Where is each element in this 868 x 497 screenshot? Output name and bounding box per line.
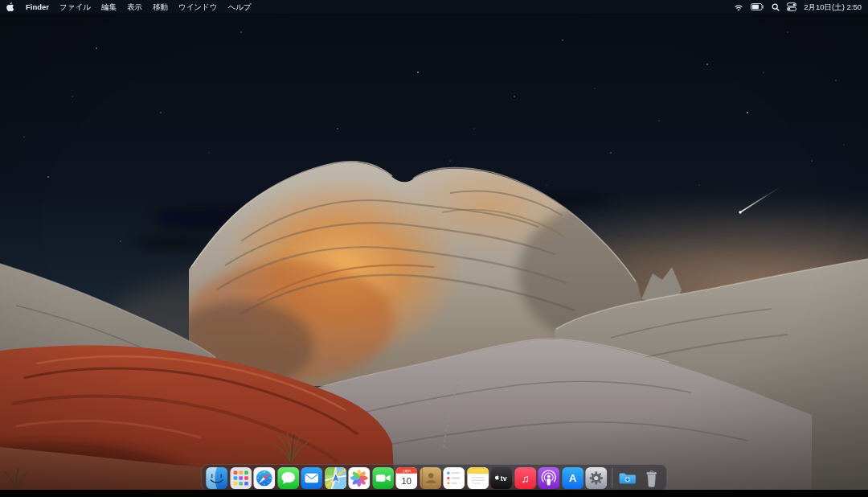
menu-bar: Finder ファイル 編集 表示 移動 ウインドウ ヘルプ xyxy=(0,0,868,14)
system-preferences-icon xyxy=(585,467,607,489)
menu-datetime[interactable]: 2月10日(土) 2:50 xyxy=(804,0,862,14)
apple-menu[interactable] xyxy=(6,2,15,12)
finder-icon xyxy=(206,467,227,489)
apple-tv-icon: tv xyxy=(490,467,512,489)
dock-trash[interactable] xyxy=(641,467,662,489)
dock-contacts[interactable] xyxy=(420,467,441,489)
tv-label: tv xyxy=(501,474,507,482)
photos-icon xyxy=(348,467,370,489)
menu-view[interactable]: 表示 xyxy=(127,0,142,14)
dock-mail[interactable] xyxy=(301,467,322,489)
dock-launchpad[interactable] xyxy=(230,467,252,489)
dock-maps[interactable] xyxy=(325,467,346,489)
dock-downloads[interactable] xyxy=(616,467,638,489)
safari-icon xyxy=(253,467,275,489)
dock-music[interactable]: ♫ xyxy=(514,467,536,489)
calendar-day: 10 xyxy=(402,476,411,486)
dock-finder[interactable] xyxy=(206,467,227,489)
downloads-folder-icon xyxy=(616,467,638,489)
battery-icon[interactable] xyxy=(751,3,764,10)
dock-calendar[interactable]: 土曜日 10 xyxy=(395,467,417,489)
dock-separator xyxy=(612,468,612,488)
dock-podcasts[interactable] xyxy=(538,467,559,489)
dock: 土曜日 10 xyxy=(201,464,667,491)
app-store-icon: A xyxy=(562,467,583,489)
dock-photos[interactable] xyxy=(348,467,370,489)
menu-file[interactable]: ファイル xyxy=(59,0,91,14)
dock-messages[interactable] xyxy=(277,467,299,489)
calendar-icon: 土曜日 10 xyxy=(395,467,417,489)
menu-app-name[interactable]: Finder xyxy=(26,0,49,14)
gear-icon xyxy=(589,471,603,485)
desktop-wallpaper xyxy=(0,0,868,497)
letterbox-bar xyxy=(0,490,868,497)
wifi-icon[interactable] xyxy=(734,3,743,11)
contacts-icon xyxy=(420,467,441,489)
facetime-icon xyxy=(372,467,394,489)
app-store-letter: A xyxy=(569,472,577,484)
menu-window[interactable]: ウインドウ xyxy=(178,0,218,14)
music-note-glyph: ♫ xyxy=(521,472,529,484)
dock-safari[interactable] xyxy=(253,467,275,489)
control-center-icon[interactable] xyxy=(787,2,796,11)
spotlight-search-icon[interactable] xyxy=(772,3,780,11)
menu-help[interactable]: ヘルプ xyxy=(228,0,252,14)
dock-notes[interactable] xyxy=(467,467,489,489)
messages-icon xyxy=(277,467,299,489)
menu-go[interactable]: 移動 xyxy=(153,0,168,14)
notes-icon xyxy=(467,467,489,489)
dock-system-preferences[interactable] xyxy=(585,467,607,489)
maps-icon xyxy=(325,467,346,489)
trash-icon xyxy=(641,467,662,489)
apple-logo-icon xyxy=(6,2,15,12)
music-icon: ♫ xyxy=(514,467,536,489)
mail-icon xyxy=(301,467,322,489)
dock-app-store[interactable]: A xyxy=(562,467,583,489)
dock-facetime[interactable] xyxy=(372,467,394,489)
dock-reminders[interactable] xyxy=(443,467,465,489)
menu-edit[interactable]: 編集 xyxy=(101,0,117,14)
calendar-weekday: 土曜日 xyxy=(403,469,411,472)
dock-tv[interactable]: tv xyxy=(490,467,512,489)
launchpad-icon xyxy=(230,467,252,489)
reminders-icon xyxy=(443,467,465,489)
podcasts-icon xyxy=(538,467,559,489)
